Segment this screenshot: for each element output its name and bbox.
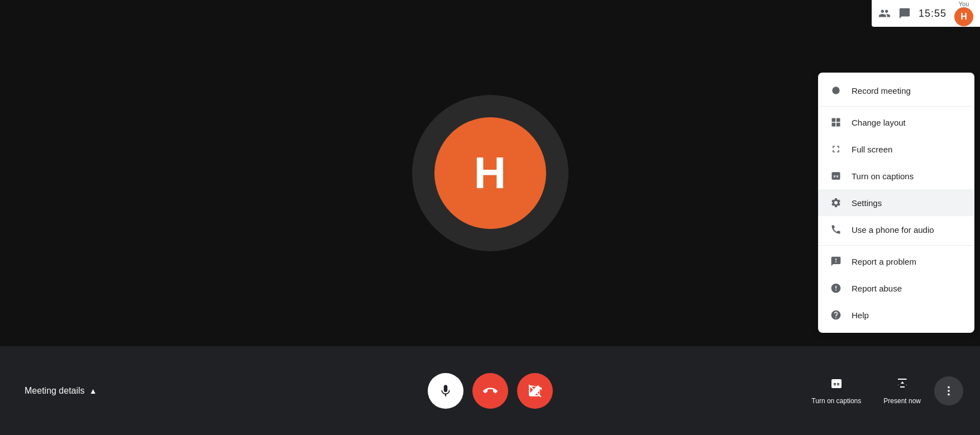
menu-item-full-screen[interactable]: Full screen [818, 136, 974, 162]
record-icon [829, 84, 843, 97]
participants-icon[interactable] [878, 7, 891, 20]
menu-item-help[interactable]: Help [818, 302, 974, 328]
user-avatar: H [434, 117, 546, 229]
phone-audio-label: Use a phone for audio [852, 225, 934, 235]
hangup-button[interactable] [472, 373, 508, 409]
menu-item-report-problem[interactable]: Report a problem [818, 248, 974, 275]
help-label: Help [852, 310, 869, 320]
avatar-container: H [412, 95, 568, 251]
top-bar: 15:55 You H [872, 0, 980, 27]
svg-point-2 [948, 386, 950, 388]
video-area: H 15:55 You H Record meeting [0, 0, 980, 346]
bottom-bar: Meeting details ▲ [0, 346, 980, 435]
captions-icon [829, 169, 843, 183]
menu-item-use-phone-audio[interactable]: Use a phone for audio [818, 216, 974, 243]
bottom-right-controls: Turn on captions Present now [802, 371, 963, 410]
header-avatar[interactable]: H [954, 7, 973, 26]
svg-point-4 [948, 393, 950, 395]
more-options-button[interactable] [934, 376, 963, 405]
settings-icon [829, 196, 843, 209]
svg-point-0 [832, 87, 839, 94]
clock-display: 15:55 [919, 8, 946, 20]
user-section: You H [954, 1, 973, 26]
avatar-letter: H [474, 147, 506, 199]
layout-icon [829, 116, 843, 129]
captions-button[interactable]: Turn on captions [802, 371, 870, 410]
present-now-label: Present now [883, 397, 921, 405]
report-problem-icon [829, 255, 843, 268]
record-meeting-label: Record meeting [852, 86, 911, 95]
fullscreen-icon [829, 142, 843, 156]
menu-item-change-layout[interactable]: Change layout [818, 109, 974, 136]
help-icon [829, 308, 843, 322]
turn-on-captions-label: Turn on captions [852, 171, 914, 181]
meeting-details-button[interactable]: Meeting details ▲ [17, 380, 104, 401]
divider-1 [818, 106, 974, 107]
menu-item-record-meeting[interactable]: Record meeting [818, 77, 974, 104]
you-label: You [959, 1, 969, 7]
phone-audio-icon [829, 223, 843, 236]
present-now-icon [896, 377, 909, 394]
divider-2 [818, 245, 974, 246]
context-menu: Record meeting Change layout Full screen… [818, 73, 974, 333]
captions-button-icon [830, 377, 843, 394]
bottom-center-controls [428, 373, 553, 409]
full-screen-label: Full screen [852, 145, 892, 154]
chat-icon[interactable] [898, 7, 911, 20]
menu-item-settings[interactable]: Settings [818, 189, 974, 216]
report-abuse-label: Report abuse [852, 284, 902, 293]
meeting-details-label: Meeting details [25, 386, 85, 396]
report-abuse-icon [829, 281, 843, 295]
change-layout-label: Change layout [852, 118, 906, 127]
header-avatar-letter: H [960, 12, 967, 22]
captions-button-label: Turn on captions [811, 397, 861, 405]
settings-label: Settings [852, 198, 882, 208]
bottom-left: Meeting details ▲ [17, 380, 104, 401]
svg-point-3 [948, 390, 950, 392]
menu-item-report-abuse[interactable]: Report abuse [818, 275, 974, 302]
camera-button[interactable] [517, 373, 553, 409]
microphone-button[interactable] [428, 373, 463, 409]
chevron-up-icon: ▲ [89, 386, 97, 395]
present-now-button[interactable]: Present now [874, 371, 930, 410]
report-problem-label: Report a problem [852, 257, 916, 266]
menu-item-turn-on-captions[interactable]: Turn on captions [818, 162, 974, 189]
